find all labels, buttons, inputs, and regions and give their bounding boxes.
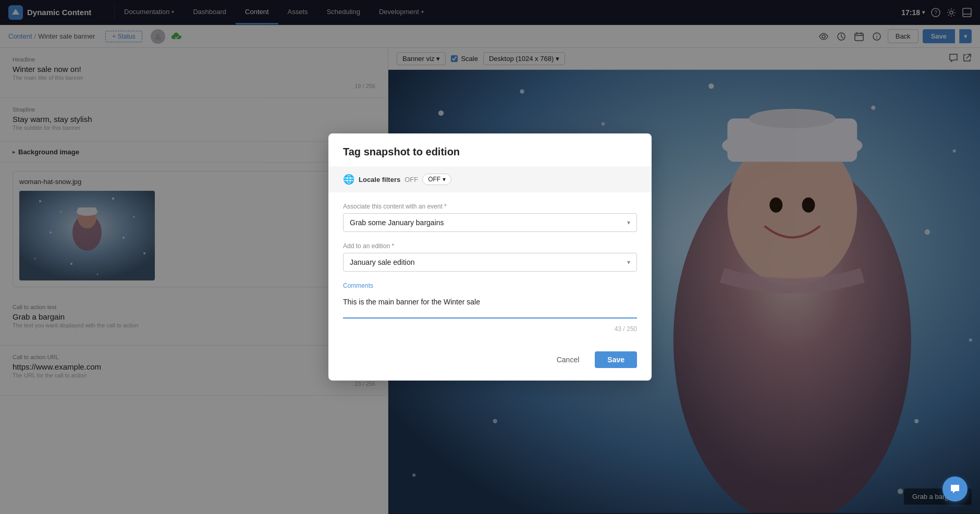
edition-group: Add to an edition * January sale edition… — [343, 242, 637, 272]
modal-header: Tag snapshot to edition — [328, 133, 652, 166]
event-select[interactable]: Grab some January bargains ▾ — [343, 213, 637, 232]
globe-icon: 🌐 — [343, 174, 354, 185]
tag-snapshot-modal: Tag snapshot to edition 🌐 Locale filters… — [328, 133, 652, 381]
comments-label: Comments — [343, 282, 637, 289]
edition-label: Add to an edition * — [343, 242, 637, 250]
comments-group: Comments This is the main banner for the… — [343, 282, 637, 333]
event-group: Associate this content with an event * G… — [343, 203, 637, 232]
cancel-button[interactable]: Cancel — [547, 351, 589, 368]
modal-footer: Cancel Save — [328, 343, 652, 381]
comments-textarea[interactable]: This is the main banner for the Winter s… — [343, 295, 637, 319]
modal-overlay: Tag snapshot to edition 🌐 Locale filters… — [0, 0, 980, 514]
event-value: Grab some January bargains — [350, 218, 444, 227]
locale-toggle-button[interactable]: OFF ▾ — [422, 174, 451, 185]
comments-wrapper: This is the main banner for the Winter s… — [343, 295, 637, 320]
modal-save-button[interactable]: Save — [595, 351, 637, 368]
chat-button[interactable] — [942, 476, 967, 501]
locale-state: OFF — [405, 176, 418, 183]
comments-counter: 43 / 250 — [343, 325, 637, 333]
event-label: Associate this content with an event * — [343, 203, 637, 210]
edition-select[interactable]: January sale edition ▾ — [343, 253, 637, 272]
edition-value: January sale edition — [350, 258, 415, 266]
chevron-down-icon-event: ▾ — [627, 219, 630, 226]
modal-body: Associate this content with an event * G… — [328, 192, 652, 343]
chevron-down-icon-edition: ▾ — [627, 259, 630, 266]
chevron-down-icon-locale: ▾ — [443, 176, 446, 183]
modal-title: Tag snapshot to edition — [343, 146, 637, 158]
locale-bar: 🌐 Locale filters OFF OFF ▾ — [328, 166, 652, 192]
locale-label: Locale filters — [359, 176, 400, 183]
